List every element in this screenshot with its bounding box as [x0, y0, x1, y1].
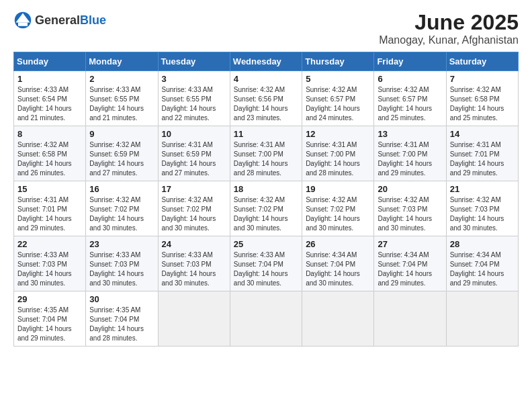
- day-number: 27: [378, 239, 442, 249]
- weekday-header-friday: Friday: [374, 52, 446, 71]
- calendar-cell: [302, 291, 374, 347]
- day-info: Sunrise: 4:32 AMSunset: 7:03 PMDaylight:…: [378, 195, 442, 233]
- day-number: 20: [378, 184, 442, 194]
- day-info: Sunrise: 4:32 AMSunset: 7:03 PMDaylight:…: [450, 195, 515, 233]
- day-info: Sunrise: 4:31 AMSunset: 7:01 PMDaylight:…: [450, 140, 515, 178]
- calendar-subtitle: Manogay, Kunar, Afghanistan: [379, 34, 519, 46]
- day-info: Sunrise: 4:35 AMSunset: 7:04 PMDaylight:…: [89, 306, 154, 343]
- header: GeneralBlue June 2025 Manogay, Kunar, Af…: [13, 11, 519, 46]
- calendar-cell: 29Sunrise: 4:35 AMSunset: 7:04 PMDayligh…: [14, 291, 86, 347]
- day-info: Sunrise: 4:33 AMSunset: 7:04 PMDaylight:…: [234, 250, 298, 288]
- day-info: Sunrise: 4:34 AMSunset: 7:04 PMDaylight:…: [378, 250, 442, 288]
- week-row-2: 8Sunrise: 4:32 AMSunset: 6:58 PMDaylight…: [14, 126, 519, 181]
- day-info: Sunrise: 4:32 AMSunset: 6:56 PMDaylight:…: [234, 85, 298, 123]
- day-number: 1: [17, 74, 82, 84]
- day-info: Sunrise: 4:32 AMSunset: 6:57 PMDaylight:…: [306, 85, 370, 123]
- day-info: Sunrise: 4:33 AMSunset: 7:03 PMDaylight:…: [17, 250, 82, 288]
- day-number: 22: [17, 239, 82, 249]
- day-number: 2: [89, 74, 154, 84]
- day-number: 18: [234, 184, 298, 194]
- calendar-cell: 14Sunrise: 4:31 AMSunset: 7:01 PMDayligh…: [446, 126, 518, 181]
- calendar-cell: 11Sunrise: 4:31 AMSunset: 7:00 PMDayligh…: [230, 126, 302, 181]
- day-number: 7: [450, 74, 515, 84]
- day-info: Sunrise: 4:32 AMSunset: 6:58 PMDaylight:…: [450, 85, 515, 123]
- day-info: Sunrise: 4:32 AMSunset: 7:02 PMDaylight:…: [89, 195, 154, 233]
- day-info: Sunrise: 4:32 AMSunset: 6:58 PMDaylight:…: [17, 140, 82, 178]
- day-info: Sunrise: 4:31 AMSunset: 6:59 PMDaylight:…: [162, 140, 226, 178]
- calendar-cell: 18Sunrise: 4:32 AMSunset: 7:02 PMDayligh…: [230, 181, 302, 236]
- day-number: 16: [89, 184, 154, 194]
- logo-icon: [13, 11, 32, 30]
- svg-rect-2: [18, 23, 28, 26]
- day-number: 14: [450, 129, 515, 139]
- day-info: Sunrise: 4:32 AMSunset: 7:02 PMDaylight:…: [234, 195, 298, 233]
- week-row-1: 1Sunrise: 4:33 AMSunset: 6:54 PMDaylight…: [14, 71, 519, 126]
- calendar-cell: 10Sunrise: 4:31 AMSunset: 6:59 PMDayligh…: [158, 126, 230, 181]
- day-info: Sunrise: 4:31 AMSunset: 7:00 PMDaylight:…: [306, 140, 370, 178]
- calendar-cell: 26Sunrise: 4:34 AMSunset: 7:04 PMDayligh…: [302, 236, 374, 291]
- logo: GeneralBlue: [13, 11, 106, 30]
- week-row-3: 15Sunrise: 4:31 AMSunset: 7:01 PMDayligh…: [14, 181, 519, 236]
- logo-general: GeneralBlue: [35, 13, 106, 28]
- calendar-cell: 25Sunrise: 4:33 AMSunset: 7:04 PMDayligh…: [230, 236, 302, 291]
- day-number: 4: [234, 74, 298, 84]
- day-info: Sunrise: 4:33 AMSunset: 7:03 PMDaylight:…: [162, 250, 226, 288]
- day-info: Sunrise: 4:32 AMSunset: 6:59 PMDaylight:…: [89, 140, 154, 178]
- day-info: Sunrise: 4:33 AMSunset: 6:54 PMDaylight:…: [17, 85, 82, 123]
- calendar-cell: 28Sunrise: 4:34 AMSunset: 7:04 PMDayligh…: [446, 236, 518, 291]
- day-number: 11: [234, 129, 298, 139]
- calendar-cell: 30Sunrise: 4:35 AMSunset: 7:04 PMDayligh…: [86, 291, 158, 347]
- day-info: Sunrise: 4:31 AMSunset: 7:00 PMDaylight:…: [378, 140, 442, 178]
- week-row-4: 22Sunrise: 4:33 AMSunset: 7:03 PMDayligh…: [14, 236, 519, 291]
- weekday-header-monday: Monday: [86, 52, 158, 71]
- day-number: 23: [89, 239, 154, 249]
- day-info: Sunrise: 4:32 AMSunset: 7:02 PMDaylight:…: [306, 195, 370, 233]
- calendar-cell: 7Sunrise: 4:32 AMSunset: 6:58 PMDaylight…: [446, 71, 518, 126]
- calendar-cell: 5Sunrise: 4:32 AMSunset: 6:57 PMDaylight…: [302, 71, 374, 126]
- day-number: 21: [450, 184, 515, 194]
- calendar-cell: 15Sunrise: 4:31 AMSunset: 7:01 PMDayligh…: [14, 181, 86, 236]
- calendar-cell: 8Sunrise: 4:32 AMSunset: 6:58 PMDaylight…: [14, 126, 86, 181]
- calendar-table: SundayMondayTuesdayWednesdayThursdayFrid…: [13, 52, 519, 347]
- day-number: 13: [378, 129, 442, 139]
- weekday-header-row: SundayMondayTuesdayWednesdayThursdayFrid…: [14, 52, 519, 71]
- calendar-body: 1Sunrise: 4:33 AMSunset: 6:54 PMDaylight…: [14, 71, 519, 347]
- calendar-cell: 27Sunrise: 4:34 AMSunset: 7:04 PMDayligh…: [374, 236, 446, 291]
- day-info: Sunrise: 4:32 AMSunset: 6:57 PMDaylight:…: [378, 85, 442, 123]
- day-number: 30: [89, 294, 154, 304]
- calendar-cell: 22Sunrise: 4:33 AMSunset: 7:03 PMDayligh…: [14, 236, 86, 291]
- calendar-cell: [374, 291, 446, 347]
- calendar-cell: [158, 291, 230, 347]
- calendar-title: June 2025: [379, 11, 519, 34]
- day-number: 28: [450, 239, 515, 249]
- calendar-cell: 3Sunrise: 4:33 AMSunset: 6:55 PMDaylight…: [158, 71, 230, 126]
- calendar-cell: 9Sunrise: 4:32 AMSunset: 6:59 PMDaylight…: [86, 126, 158, 181]
- title-block: June 2025 Manogay, Kunar, Afghanistan: [379, 11, 519, 46]
- calendar-cell: 16Sunrise: 4:32 AMSunset: 7:02 PMDayligh…: [86, 181, 158, 236]
- day-number: 8: [17, 129, 82, 139]
- weekday-header-thursday: Thursday: [302, 52, 374, 71]
- calendar-cell: 4Sunrise: 4:32 AMSunset: 6:56 PMDaylight…: [230, 71, 302, 126]
- page: GeneralBlue June 2025 Manogay, Kunar, Af…: [0, 0, 532, 360]
- day-number: 5: [306, 74, 370, 84]
- day-number: 15: [17, 184, 82, 194]
- weekday-header-saturday: Saturday: [446, 52, 518, 71]
- day-info: Sunrise: 4:31 AMSunset: 7:00 PMDaylight:…: [234, 140, 298, 178]
- day-number: 10: [162, 129, 226, 139]
- weekday-header-wednesday: Wednesday: [230, 52, 302, 71]
- calendar-cell: 1Sunrise: 4:33 AMSunset: 6:54 PMDaylight…: [14, 71, 86, 126]
- weekday-header-sunday: Sunday: [14, 52, 86, 71]
- calendar-cell: 21Sunrise: 4:32 AMSunset: 7:03 PMDayligh…: [446, 181, 518, 236]
- week-row-5: 29Sunrise: 4:35 AMSunset: 7:04 PMDayligh…: [14, 291, 519, 347]
- day-info: Sunrise: 4:31 AMSunset: 7:01 PMDaylight:…: [17, 195, 82, 233]
- day-number: 24: [162, 239, 226, 249]
- calendar-cell: 19Sunrise: 4:32 AMSunset: 7:02 PMDayligh…: [302, 181, 374, 236]
- calendar-cell: [446, 291, 518, 347]
- day-number: 26: [306, 239, 370, 249]
- day-number: 17: [162, 184, 226, 194]
- day-info: Sunrise: 4:33 AMSunset: 6:55 PMDaylight:…: [162, 85, 226, 123]
- day-info: Sunrise: 4:32 AMSunset: 7:02 PMDaylight:…: [162, 195, 226, 233]
- day-info: Sunrise: 4:34 AMSunset: 7:04 PMDaylight:…: [450, 250, 515, 288]
- day-number: 3: [162, 74, 226, 84]
- day-info: Sunrise: 4:34 AMSunset: 7:04 PMDaylight:…: [306, 250, 370, 288]
